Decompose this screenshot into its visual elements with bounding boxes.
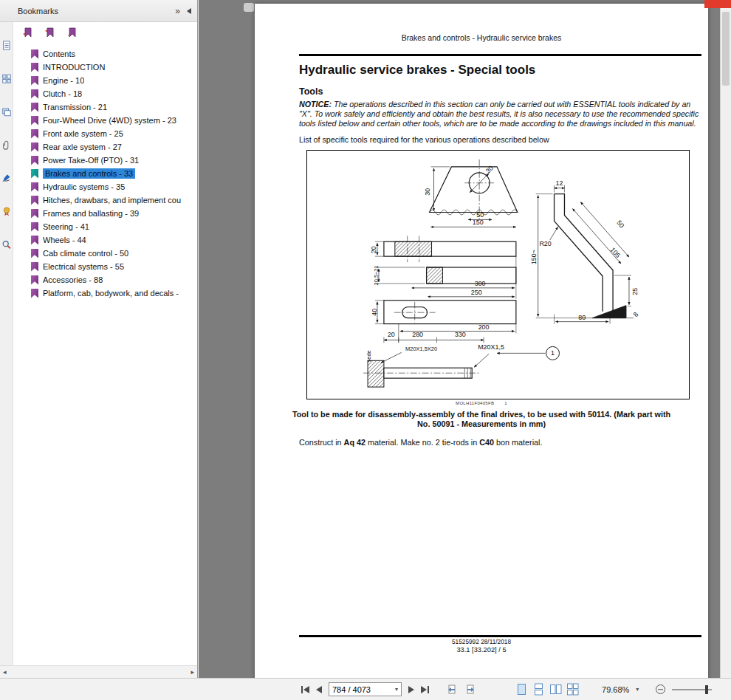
bookmark-item-rear-axle[interactable]: Rear axle system - 27: [13, 140, 197, 154]
bookmark-icon: [31, 103, 38, 112]
dim-80: 80: [578, 314, 586, 321]
footer-rule: [299, 635, 701, 637]
bookmark-item-steering[interactable]: Steering - 41: [13, 220, 197, 233]
bookmark-item-wheels[interactable]: Wheels - 44: [13, 233, 197, 247]
navigation-pane-strip: [0, 22, 13, 665]
label-m20x15: M20X1,5: [478, 343, 504, 351]
bookmark-icon: [31, 182, 38, 192]
bookmark-item-frames[interactable]: Frames and ballasting - 39: [13, 207, 197, 220]
notice-label: NOTICE:: [299, 100, 332, 109]
bookmark-icon: [31, 116, 38, 126]
dim-r20: R20: [539, 240, 551, 247]
bookmark-icon: [31, 49, 38, 59]
page-number-input[interactable]: [332, 685, 391, 694]
bookmark-icon: [31, 275, 38, 285]
panel-options-icon[interactable]: »: [175, 7, 180, 16]
bookmark-icon: [31, 236, 38, 245]
bookmark-item-hydraulic[interactable]: Hydraulic systems - 35: [13, 180, 197, 193]
panel-horizontal-scrollbar[interactable]: ◂ ▸: [0, 665, 197, 678]
bookmark-icon: [31, 222, 38, 232]
bookmarks-panel-header: Bookmarks »: [0, 0, 197, 22]
bookmark-item-brakes-selected[interactable]: Brakes and controls - 33: [13, 167, 197, 180]
next-view-icon[interactable]: [464, 684, 476, 696]
bookmark-icon: [31, 156, 38, 165]
panel-title: Bookmarks: [18, 7, 58, 16]
pages-icon[interactable]: [1, 40, 12, 51]
thumbnails-icon[interactable]: [1, 73, 12, 84]
dim-25: 25: [631, 288, 639, 295]
bookmark-item-clutch[interactable]: Clutch - 18: [13, 87, 197, 100]
bookmarks-toolbar: [13, 22, 197, 43]
scroll-right-icon[interactable]: ▸: [191, 668, 194, 676]
bookmark-item-transmission[interactable]: Transmission - 21: [13, 100, 197, 114]
search-icon[interactable]: [1, 239, 12, 250]
dim-50-diag: 50: [615, 219, 625, 229]
dim-20-5-21: 20,5÷21: [373, 266, 380, 286]
dim-330: 330: [455, 331, 466, 338]
bookmark-item-hitches[interactable]: Hitches, drawbars, and implement cou: [13, 193, 197, 207]
bookmark-icon: [31, 143, 38, 152]
zoom-percentage[interactable]: 79.68%: [602, 685, 629, 694]
label-seat: sede: [366, 350, 372, 362]
scrollbar-thumb[interactable]: [722, 12, 730, 86]
figure-caption: Tool to be made for disassembly-assembly…: [289, 410, 674, 429]
technical-drawing: 30 30 50 150 20 300 250 20,5÷21 40 200 2…: [307, 151, 689, 399]
page-dropdown-icon[interactable]: ▾: [395, 686, 398, 693]
bookmark-icon: [31, 63, 38, 72]
next-page-button[interactable]: [408, 686, 414, 693]
layers-icon[interactable]: [1, 106, 12, 117]
bookmark-item-introduction[interactable]: INTRODUCTION: [13, 61, 197, 74]
new-bookmark-icon[interactable]: [44, 27, 56, 38]
bookmark-item-engine[interactable]: Engine - 10: [13, 74, 197, 87]
running-header: Brakes and controls - Hydraulic service …: [255, 33, 708, 42]
page-title: Hydraulic service brakes - Special tools: [299, 63, 535, 78]
bookmark-item-accessories[interactable]: Accessories - 88: [13, 273, 197, 286]
continuous-view-icon[interactable]: [532, 683, 545, 696]
two-page-view-icon[interactable]: [549, 683, 562, 696]
notice-paragraph: NOTICE: The operations described in this…: [299, 100, 702, 129]
bookmark-item-cab-climate[interactable]: Cab climate control - 50: [13, 247, 197, 260]
bookmark-icon: [31, 249, 38, 258]
last-page-button[interactable]: [421, 686, 429, 693]
highlight-marker: [704, 0, 731, 8]
bookmark-tree: Contents INTRODUCTION Engine - 10 Clutch…: [13, 43, 197, 665]
previous-page-button[interactable]: [316, 686, 322, 693]
zoom-dropdown-icon[interactable]: ▾: [636, 686, 639, 693]
list-intro: List of specific tools required for the …: [299, 135, 549, 144]
two-page-continuous-view-icon[interactable]: [566, 683, 579, 696]
dim-105: 105: [609, 246, 622, 259]
previous-view-icon[interactable]: [446, 684, 458, 696]
figure-frame: 30 30 50 150 20 300 250 20,5÷21 40 200 2…: [306, 150, 690, 399]
document-area: Brakes and controls - Hydraulic service …: [199, 0, 731, 678]
zoom-slider[interactable]: [672, 684, 712, 695]
bookmark-item-contents[interactable]: Contents: [13, 47, 197, 61]
zoom-out-button[interactable]: [656, 684, 665, 694]
figure-code: MOLH11F0405FB1: [255, 401, 708, 405]
pdf-page: Brakes and controls - Hydraulic service …: [255, 4, 708, 678]
zoom-slider-thumb[interactable]: [705, 685, 708, 694]
footer-page-number: 33.1 [33.202] / 5: [255, 646, 708, 653]
bookmarks-panel: Bookmarks » Contents INTRODUCTION Engine…: [0, 0, 198, 678]
label-m20x15x20: M20X1,5X20: [405, 346, 437, 352]
bookmark-item-platform[interactable]: Platform, cab, bodywork, and decals -: [13, 286, 197, 300]
dim-20-rod: 20: [388, 331, 395, 338]
document-vertical-scrollbar[interactable]: [720, 0, 731, 678]
signature-icon[interactable]: [1, 173, 12, 184]
dim-250: 250: [471, 289, 482, 296]
bookmark-item-electrical[interactable]: Electrical systems - 55: [13, 260, 197, 273]
panel-collapse-icon[interactable]: [187, 8, 191, 14]
bookmark-options-icon[interactable]: [66, 27, 78, 38]
certificate-icon[interactable]: [1, 206, 12, 217]
dim-30-height: 30: [424, 188, 431, 196]
bookmark-icon: [31, 196, 38, 205]
attachments-icon[interactable]: [1, 140, 12, 151]
bookmark-item-4wd[interactable]: Four-Wheel Drive (4WD) system - 23: [13, 114, 197, 127]
single-page-view-icon[interactable]: [515, 683, 528, 696]
dim-8: 8: [632, 311, 640, 318]
bookmark-icon: [31, 209, 38, 219]
bookmark-item-pto[interactable]: Power Take-Off (PTO) - 31: [13, 154, 197, 167]
first-page-button[interactable]: [301, 686, 309, 693]
scroll-left-icon[interactable]: ◂: [3, 668, 7, 676]
expand-bookmark-icon[interactable]: [22, 27, 34, 38]
bookmark-item-front-axle[interactable]: Front axle system - 25: [13, 127, 197, 140]
